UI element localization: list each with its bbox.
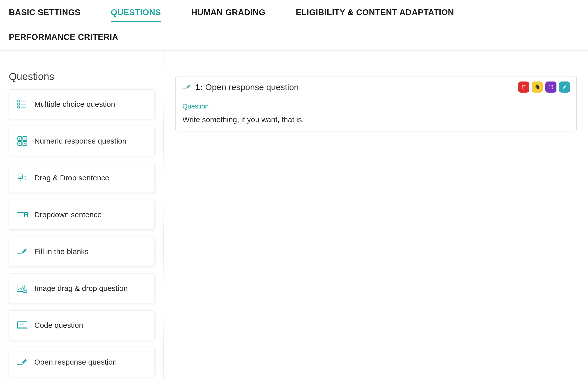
qtype-label: Image drag & drop question (34, 284, 128, 293)
question-actions (518, 81, 570, 93)
duplicate-button[interactable] (532, 81, 543, 93)
tab-basic-settings[interactable]: BASIC SETTINGS (9, 8, 81, 22)
svg-rect-28 (522, 86, 525, 89)
svg-text:+: + (19, 137, 20, 141)
multiple-choice-icon (16, 98, 28, 110)
dropdown-icon (16, 209, 28, 221)
question-body: Question Write something, if you want, t… (176, 98, 576, 131)
qtype-code-question[interactable]: </> Code question (9, 310, 155, 340)
qtype-fill-in-the-blanks[interactable]: Fill in the blanks (9, 237, 155, 266)
svg-rect-0 (18, 100, 20, 102)
svg-rect-4 (18, 106, 20, 108)
section-label-question: Question (182, 102, 570, 110)
tab-eligibility[interactable]: ELIGIBILITY & CONTENT ADAPTATION (296, 8, 454, 22)
drag-drop-icon (16, 172, 28, 184)
qtype-open-response[interactable]: Open response question (9, 347, 155, 377)
expand-button[interactable] (545, 81, 556, 93)
sidebar-heading: Questions (9, 71, 155, 82)
question-number: 1: (195, 82, 203, 92)
question-title: Open response question (205, 82, 299, 92)
code-icon: </> (16, 319, 28, 331)
svg-rect-32 (537, 86, 539, 89)
open-response-icon (16, 356, 28, 368)
numeric-icon: + − × ÷ (16, 135, 28, 147)
question-types-sidebar: Questions Multiple choice question + (0, 51, 164, 380)
qtype-label: Dropdown sentence (34, 210, 102, 219)
qtype-numeric-response[interactable]: + − × ÷ Numeric response question (9, 126, 155, 156)
question-panel: 1: Open response question (175, 76, 577, 131)
trash-icon (521, 84, 526, 90)
copy-icon (534, 84, 540, 90)
tab-nav: BASIC SETTINGS QUESTIONS HUMAN GRADING E… (0, 0, 588, 51)
main-layout: Questions Multiple choice question + (0, 51, 588, 380)
qtype-label: Multiple choice question (34, 100, 115, 108)
qtype-label: Numeric response question (34, 137, 126, 145)
qtype-drag-drop-sentence[interactable]: Drag & Drop sentence (9, 163, 155, 193)
svg-rect-2 (18, 103, 20, 105)
fill-blanks-icon (16, 245, 28, 258)
fullscreen-icon (548, 84, 554, 90)
qtype-image-drag-drop[interactable]: Image drag & drop question (9, 274, 155, 303)
qtype-multiple-choice[interactable]: Multiple choice question (9, 89, 155, 119)
open-response-icon (182, 82, 192, 92)
pencil-icon (562, 85, 567, 90)
qtype-label: Code question (34, 321, 83, 330)
tab-human-grading[interactable]: HUMAN GRADING (191, 8, 265, 22)
svg-text:−: − (24, 137, 25, 140)
qtype-dropdown-sentence[interactable]: Dropdown sentence (9, 200, 155, 230)
question-header: 1: Open response question (176, 76, 576, 98)
qtype-label: Fill in the blanks (34, 247, 89, 256)
edit-button[interactable] (559, 81, 570, 93)
qtype-label: Open response question (34, 358, 117, 366)
image-drag-icon (16, 282, 28, 294)
qtype-label: Drag & Drop sentence (34, 174, 109, 182)
tab-performance-criteria[interactable]: PERFORMANCE CRITERIA (9, 32, 118, 45)
question-text: Write something, if you want, that is. (182, 115, 570, 124)
tab-questions[interactable]: QUESTIONS (111, 8, 161, 22)
svg-text:×: × (19, 142, 20, 145)
svg-text:÷: ÷ (24, 142, 26, 145)
svg-text:</>: </> (20, 323, 24, 326)
question-editor-area: 1: Open response question (164, 51, 588, 380)
delete-button[interactable] (518, 81, 529, 93)
